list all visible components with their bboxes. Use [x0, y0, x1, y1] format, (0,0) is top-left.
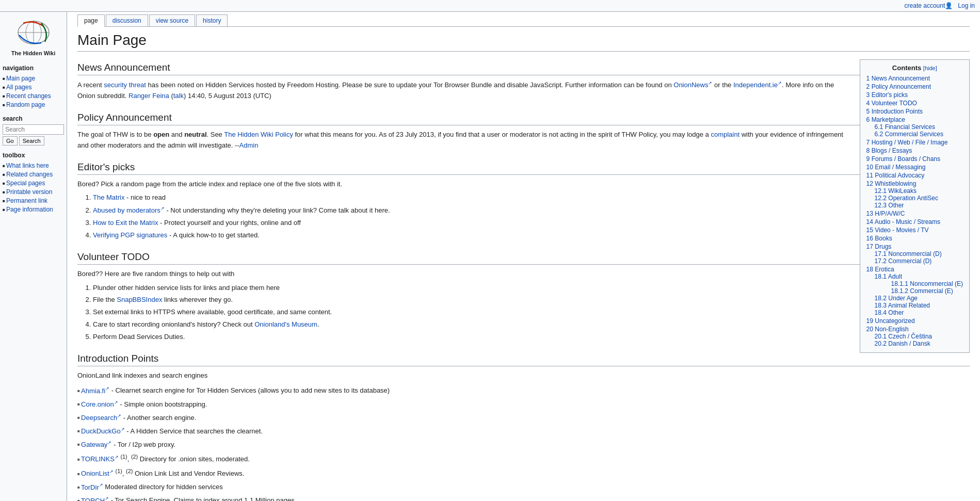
toc-item-17-1[interactable]: 17.1 Noncommercial (D)	[875, 250, 963, 257]
admin-link[interactable]: Admin	[239, 141, 259, 149]
onionnews-link[interactable]: OnionNews	[673, 81, 712, 89]
toc-item-8[interactable]: 8 Blogs / Essays	[866, 147, 963, 154]
toc-item-6[interactable]: 6 Marketplace 6.1 Financial Services 6.2…	[866, 116, 963, 138]
gateway-link[interactable]: Gateway	[81, 441, 111, 448]
toc-item-13[interactable]: 13 H/P/A/W/C	[866, 210, 963, 217]
sidebar-item-main-page[interactable]: Main page	[3, 74, 64, 83]
deepsearch-link[interactable]: Deepsearch	[81, 414, 121, 422]
log-in-link[interactable]: Log in	[958, 2, 975, 9]
toc-item-14[interactable]: 14 Audio - Music / Streams	[866, 218, 963, 225]
toc-item-15[interactable]: 15 Video - Movies / TV	[866, 227, 963, 234]
toc-item-12-2[interactable]: 12.2 Operation AntiSec	[875, 195, 963, 202]
introduction-points-list: Ahmia.fi - Clearnet search engine for To…	[77, 384, 970, 501]
onionlist-link[interactable]: OnionList	[81, 470, 114, 477]
toc-item-18-1-2[interactable]: 18.1.2 Commercial (E)	[891, 287, 963, 295]
sidebar: The Hidden Wiki navigation Main page All…	[0, 12, 67, 501]
toc-item-11[interactable]: 11 Political Advocacy	[866, 172, 963, 179]
logo-icon	[13, 17, 54, 48]
list-item: File the SnapBBSIndex links wherever the…	[93, 295, 970, 305]
toc-item-20-1[interactable]: 20.1 Czech / Čeština	[875, 333, 963, 340]
toc-item-3[interactable]: 3 Editor's picks	[866, 91, 963, 99]
toc-item-5[interactable]: 5 Introduction Points	[866, 108, 963, 115]
logo-text: The Hidden Wiki	[3, 50, 64, 57]
toc-item-4[interactable]: 4 Volunteer TODO	[866, 100, 963, 107]
editors-picks-list: The Matrix - nice to read Abused by mode…	[93, 192, 970, 241]
search-button[interactable]: Search	[19, 136, 44, 146]
toolbox-item-printable-version[interactable]: Printable version	[3, 187, 64, 196]
onionlands-museum-link[interactable]: Onionland's Museum	[254, 320, 317, 328]
editors-picks-intro: Bored? Pick a random page from the artic…	[77, 179, 970, 190]
talk-link[interactable]: talk	[173, 92, 184, 100]
toc-item-2[interactable]: 2 Policy Announcement	[866, 83, 963, 90]
toc-item-10[interactable]: 10 Email / Messaging	[866, 164, 963, 171]
list-item: Deepsearch - Another search engine.	[77, 411, 970, 425]
complaint-link[interactable]: complaint	[711, 131, 740, 138]
ahmia-link[interactable]: Ahmia.fi	[81, 387, 109, 395]
list-item: How to Exit the Matrix - Protect yoursel…	[93, 218, 970, 229]
create-account-link[interactable]: create account	[905, 2, 945, 9]
toc-item-18-3[interactable]: 18.3 Animal Related	[875, 302, 963, 309]
abused-by-moderators-link[interactable]: Abused by moderators	[93, 206, 165, 214]
toc-item-18-1-1[interactable]: 18.1.1 Noncommercial (E)	[891, 280, 963, 287]
toolbox-item-what-links-here[interactable]: What links here	[3, 161, 64, 170]
list-item: Plunder other hidden service lists for l…	[93, 283, 970, 294]
how-to-exit-matrix-link[interactable]: How to Exit the Matrix	[93, 219, 158, 227]
verifying-pgp-link[interactable]: Verifying PGP signatures	[93, 231, 167, 239]
toolbox-item-permanent-link[interactable]: Permanent link	[3, 196, 64, 205]
toc-item-12-1[interactable]: 12.1 WikiLeaks	[875, 187, 963, 195]
torlinks-link[interactable]: TORLINKS	[81, 455, 119, 463]
toc-item-19[interactable]: 19 Uncategorized	[866, 317, 963, 325]
list-item: TorDir Moderated directory for hidden se…	[77, 480, 970, 494]
toc-item-20-2[interactable]: 20.2 Danish / Dansk	[875, 340, 963, 347]
toolbox-item-special-pages[interactable]: Special pages	[3, 179, 64, 187]
toc-item-12-3[interactable]: 12.3 Other	[875, 202, 963, 209]
toc-hide-button[interactable]: [hide]	[923, 65, 937, 71]
tab-discussion[interactable]: discussion	[106, 14, 148, 26]
toc-item-18-4[interactable]: 18.4 Other	[875, 309, 963, 316]
toc-item-1[interactable]: 1 News Announcement	[866, 75, 963, 82]
toc-item-18-1[interactable]: 18.1 Adult 18.1.1 Noncommercial (E) 18.1…	[875, 273, 963, 295]
toc-item-9[interactable]: 9 Forums / Boards / Chans	[866, 155, 963, 163]
tordir-link[interactable]: TorDir	[81, 483, 103, 491]
toc-item-6-1[interactable]: 6.1 Financial Services	[875, 123, 963, 131]
list-item: Core.onion - Simple onion bootstrapping.	[77, 398, 970, 411]
toolbox-item-related-changes[interactable]: Related changes	[3, 170, 64, 179]
toolbox-item-page-information[interactable]: Page information	[3, 205, 64, 214]
news-announcement-text: A recent security threat has been noted …	[77, 79, 970, 102]
policy-announcement-heading: Policy Announcement	[77, 112, 970, 125]
the-matrix-link[interactable]: The Matrix	[93, 193, 124, 201]
toc-item-16[interactable]: 16 Books	[866, 235, 963, 242]
torch-link[interactable]: TORCH	[81, 497, 109, 501]
tab-history[interactable]: history	[196, 14, 228, 26]
search-go-button[interactable]: Go	[3, 136, 18, 146]
snapbbsindex-link[interactable]: SnapBBSIndex	[117, 296, 162, 303]
toc-item-20[interactable]: 20 Non-English 20.1 Czech / Čeština 20.2…	[866, 326, 963, 347]
toc-item-6-2[interactable]: 6.2 Commercial Services	[875, 131, 963, 138]
table-of-contents: Contents [hide] 1 News Announcement 2 Po…	[860, 59, 970, 353]
sidebar-item-recent-changes[interactable]: Recent changes	[3, 91, 64, 100]
search-section: search Go Search	[3, 115, 64, 146]
toc-item-17[interactable]: 17 Drugs 17.1 Noncommercial (D) 17.2 Com…	[866, 243, 963, 265]
editors-picks-heading: Editor's picks	[77, 161, 970, 175]
toc-item-12[interactable]: 12 Whistleblowing 12.1 WikiLeaks 12.2 Op…	[866, 180, 963, 209]
main-content: page discussion view source history Main…	[67, 12, 980, 501]
matrix-desc: - nice to read	[124, 193, 166, 201]
sidebar-item-all-pages[interactable]: All pages	[3, 83, 64, 91]
security-threat-link[interactable]: security threat	[104, 81, 146, 89]
duckduckgo-link[interactable]: DuckDuckGo	[81, 427, 125, 435]
ranger-feina-link[interactable]: Ranger Feina	[128, 92, 169, 100]
exit-desc: - Protect yourself and your rights, onli…	[158, 219, 301, 227]
list-item: Gateway - Tor / I2p web proxy.	[77, 438, 970, 451]
core-onion-link[interactable]: Core.onion	[81, 400, 118, 408]
toc-item-17-2[interactable]: 17.2 Commercial (D)	[875, 257, 963, 265]
tab-view-source[interactable]: view source	[149, 14, 195, 26]
independent-link[interactable]: Independent.ie	[733, 81, 782, 89]
toc-item-7[interactable]: 7 Hosting / Web / File / Image	[866, 139, 963, 146]
sidebar-item-random-page[interactable]: Random page	[3, 100, 64, 109]
pgp-desc: - A quick how-to to get started.	[167, 231, 259, 239]
toc-item-18[interactable]: 18 Erotica 18.1 Adult 18.1.1 Noncommerci…	[866, 266, 963, 316]
hidden-wiki-policy-link[interactable]: The Hidden Wiki Policy	[224, 131, 293, 138]
toc-item-18-2[interactable]: 18.2 Under Age	[875, 295, 963, 302]
search-input[interactable]	[3, 124, 64, 135]
tab-page[interactable]: page	[77, 14, 105, 27]
